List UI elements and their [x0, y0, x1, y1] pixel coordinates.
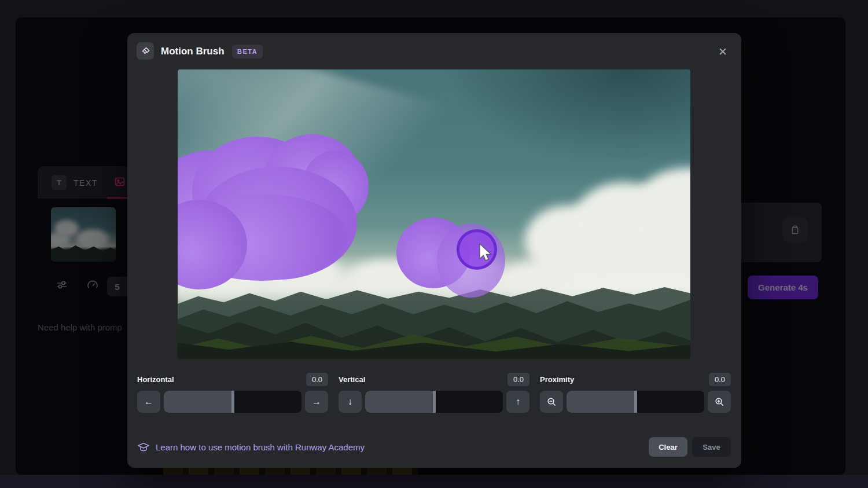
proximity-slider-group: Proximity 0.0	[540, 372, 731, 413]
save-button[interactable]: Save	[692, 437, 731, 457]
arrow-down-icon[interactable]: ↓	[339, 391, 362, 413]
modal-footer: Learn how to use motion brush with Runwa…	[137, 437, 731, 457]
arrow-up-icon[interactable]: ↑	[506, 391, 529, 413]
zoom-out-icon[interactable]	[540, 391, 563, 413]
proximity-label: Proximity	[540, 375, 574, 384]
academy-link[interactable]: Learn how to use motion brush with Runwa…	[137, 441, 365, 453]
paintbrush-icon	[137, 42, 154, 60]
clear-button[interactable]: Clear	[649, 437, 687, 457]
proximity-value[interactable]: 0.0	[709, 373, 731, 386]
graduation-cap-icon	[137, 441, 150, 453]
academy-link-text: Learn how to use motion brush with Runwa…	[156, 442, 365, 452]
vertical-slider-group: Vertical 0.0 ↓ ↑	[339, 372, 529, 413]
modal-title: Motion Brush	[161, 46, 225, 57]
brush-canvas[interactable]	[178, 69, 690, 359]
horizontal-value[interactable]: 0.0	[306, 373, 328, 386]
slider-thumb[interactable]	[433, 391, 436, 413]
motion-brush-modal: Motion Brush BETA ✕	[127, 33, 741, 468]
vertical-slider-track[interactable]	[365, 391, 503, 413]
arrow-left-icon[interactable]: ←	[137, 391, 160, 413]
motion-sliders: Horizontal 0.0 ← → Vertical 0.0 ↓	[137, 372, 731, 413]
horizontal-slider-group: Horizontal 0.0 ← →	[137, 372, 328, 413]
vertical-label: Vertical	[339, 375, 365, 384]
screen: T TEXT	[0, 0, 868, 488]
zoom-in-icon[interactable]	[708, 391, 731, 413]
slider-thumb[interactable]	[634, 391, 637, 413]
beta-badge: BETA	[232, 45, 263, 58]
close-icon[interactable]: ✕	[714, 43, 731, 60]
horizontal-slider-track[interactable]	[164, 391, 301, 413]
bottom-bar	[0, 475, 868, 488]
vertical-value[interactable]: 0.0	[507, 373, 529, 386]
proximity-slider-track[interactable]	[567, 391, 704, 413]
mouse-pointer-icon	[479, 243, 494, 264]
arrow-right-icon[interactable]: →	[305, 391, 328, 413]
slider-thumb[interactable]	[231, 391, 234, 413]
horizontal-label: Horizontal	[137, 375, 174, 384]
